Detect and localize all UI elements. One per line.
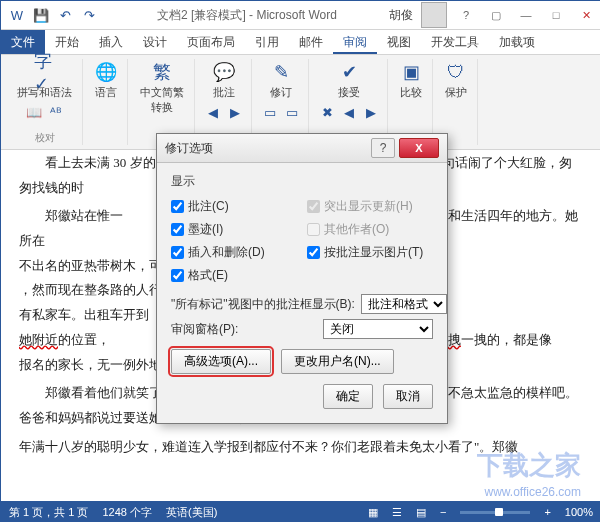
tab-view[interactable]: 视图 <box>377 30 421 54</box>
wavy-underline: 拽 <box>448 332 461 347</box>
zoom-in-icon[interactable]: + <box>544 506 550 518</box>
status-bar: 第 1 页，共 1 页 1248 个字 英语(美国) ▦ ☰ ▤ − + 100… <box>1 501 600 522</box>
tab-design[interactable]: 设计 <box>133 30 177 54</box>
thesaurus-icon[interactable]: 📖 <box>24 102 44 122</box>
next-change-icon[interactable]: ▶ <box>361 102 381 122</box>
word-icon: W <box>7 5 27 25</box>
section-display: 显示 <box>171 173 433 190</box>
save-icon[interactable]: 💾 <box>31 5 51 25</box>
tab-layout[interactable]: 页面布局 <box>177 30 245 54</box>
view-print-icon[interactable]: ☰ <box>392 506 402 519</box>
close-icon[interactable]: ✕ <box>571 1 600 29</box>
wavy-underline: 她附近 <box>19 332 58 347</box>
tab-addin[interactable]: 加载项 <box>489 30 545 54</box>
balloon-display-label: "所有标记"视图中的批注框显示(B): <box>171 296 355 313</box>
minimize-icon[interactable]: — <box>511 1 541 29</box>
help-icon[interactable]: ? <box>451 1 481 29</box>
compare-button[interactable]: ▣比较 <box>396 59 426 102</box>
prev-change-icon[interactable]: ◀ <box>339 102 359 122</box>
tab-insert[interactable]: 插入 <box>89 30 133 54</box>
title-bar: W 💾 ↶ ↷ 文档2 [兼容模式] - Microsoft Word 胡俊 ?… <box>1 1 600 30</box>
simp-trad-button[interactable]: 繁中文简繁 转换 <box>136 59 188 117</box>
convert-icon: 繁 <box>151 61 173 83</box>
redo-icon[interactable]: ↷ <box>79 5 99 25</box>
spell-icon: 字✓ <box>34 61 56 83</box>
watermark-url: www.office26.com <box>485 485 582 499</box>
ribbon-collapse-icon[interactable]: ▢ <box>481 1 511 29</box>
ok-button[interactable]: 确定 <box>323 384 373 409</box>
user-avatar[interactable] <box>421 2 447 28</box>
window-title: 文档2 [兼容模式] - Microsoft Word <box>105 7 389 24</box>
undo-icon[interactable]: ↶ <box>55 5 75 25</box>
user-name: 胡俊 <box>389 7 413 24</box>
checkbox-comment[interactable]: 批注(C) <box>171 198 297 215</box>
watermark-text: 下载之家 <box>477 448 581 483</box>
status-words[interactable]: 1248 个字 <box>102 505 152 520</box>
dialog-title: 修订选项 <box>165 140 371 157</box>
checkbox-format[interactable]: 格式(E) <box>171 267 297 284</box>
next-comment-icon[interactable]: ▶ <box>225 102 245 122</box>
tab-ref[interactable]: 引用 <box>245 30 289 54</box>
view-web-icon[interactable]: ▤ <box>416 506 426 519</box>
tab-review[interactable]: 审阅 <box>333 30 377 54</box>
ribbon-tabs: 文件 开始 插入 设计 页面布局 引用 邮件 审阅 视图 开发工具 加载项 <box>1 30 600 55</box>
comment-icon: 💬 <box>213 61 235 83</box>
checkbox-insdel[interactable]: 插入和删除(D) <box>171 244 297 261</box>
balloon-display-select[interactable]: 批注和格式 <box>361 294 447 314</box>
compare-icon: ▣ <box>400 61 422 83</box>
checkbox-balloon[interactable]: 按批注显示图片(T) <box>307 244 433 261</box>
reject-icon[interactable]: ✖ <box>317 102 337 122</box>
cancel-button[interactable]: 取消 <box>383 384 433 409</box>
review-pane-label: 审阅窗格(P): <box>171 321 238 338</box>
view-read-icon[interactable]: ▦ <box>368 506 378 519</box>
protect-button[interactable]: 🛡保护 <box>441 59 471 102</box>
dialog-close-icon[interactable]: X <box>399 138 439 158</box>
checkbox-ink[interactable]: 墨迹(I) <box>171 221 297 238</box>
pencil-icon: ✎ <box>270 61 292 83</box>
zoom-value[interactable]: 100% <box>565 506 593 518</box>
maximize-icon[interactable]: □ <box>541 1 571 29</box>
shield-icon: 🛡 <box>445 61 467 83</box>
zoom-slider[interactable] <box>460 511 530 514</box>
advanced-options-button[interactable]: 高级选项(A)... <box>171 349 271 374</box>
checkbox-others: 其他作者(O) <box>307 221 433 238</box>
revise-button[interactable]: ✎修订 <box>266 59 296 102</box>
display-markup-icon[interactable]: ▭ <box>260 102 280 122</box>
spell-check-button[interactable]: 字✓拼写和语法 <box>13 59 76 102</box>
zoom-out-icon[interactable]: − <box>440 506 446 518</box>
accept-button[interactable]: ✔接受 <box>334 59 364 102</box>
status-page[interactable]: 第 1 页，共 1 页 <box>9 505 88 520</box>
checkbox-highlight: 突出显示更新(H) <box>307 198 433 215</box>
globe-icon: 🌐 <box>95 61 117 83</box>
language-button[interactable]: 🌐语言 <box>91 59 121 102</box>
revision-options-dialog: 修订选项 ? X 显示 批注(C) 突出显示更新(H) 墨迹(I) 其他作者(O… <box>156 133 448 424</box>
review-pane-select[interactable]: 关闭 <box>323 319 433 339</box>
comment-button[interactable]: 💬批注 <box>209 59 239 102</box>
dialog-help-icon[interactable]: ? <box>371 138 395 158</box>
accept-icon: ✔ <box>338 61 360 83</box>
tab-dev[interactable]: 开发工具 <box>421 30 489 54</box>
wordcount-icon[interactable]: ᴬᴮ <box>46 102 66 122</box>
prev-comment-icon[interactable]: ◀ <box>203 102 223 122</box>
dialog-titlebar[interactable]: 修订选项 ? X <box>157 134 447 163</box>
review-pane-icon[interactable]: ▭ <box>282 102 302 122</box>
change-username-button[interactable]: 更改用户名(N)... <box>281 349 394 374</box>
status-lang[interactable]: 英语(美国) <box>166 505 217 520</box>
quick-access-toolbar: W 💾 ↶ ↷ <box>1 5 105 25</box>
tab-mail[interactable]: 邮件 <box>289 30 333 54</box>
